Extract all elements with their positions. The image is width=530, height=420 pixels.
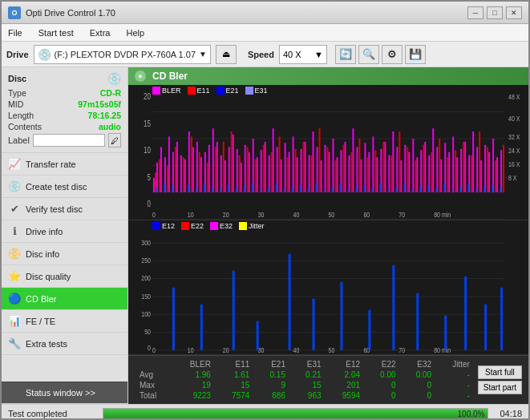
sidebar-item-cd-bler[interactable]: 🔵 CD Bler [2, 288, 127, 310]
svg-rect-123 [215, 147, 216, 192]
svg-rect-184 [347, 189, 349, 192]
svg-rect-92 [412, 139, 414, 192]
sidebar-item-disc-quality[interactable]: ⭐ Disc quality [2, 265, 127, 288]
svg-rect-82 [372, 136, 374, 192]
speed-select[interactable]: 40 X ▼ [279, 45, 327, 64]
drive-select[interactable]: 💿 (F:) PLEXTOR DVDR PX-760A 1.07 ▼ [34, 45, 211, 64]
sidebar-item-disc-info[interactable]: 📀 Disc info [2, 243, 127, 265]
e22-label: E22 [191, 222, 204, 230]
svg-rect-173 [260, 190, 261, 192]
row-max-e22: 0 [365, 380, 401, 390]
eject-button[interactable]: ⏏ [216, 45, 237, 64]
scan-button[interactable]: 🔍 [358, 45, 379, 64]
svg-rect-237 [392, 265, 394, 349]
drive-icon: 💿 [38, 48, 51, 61]
e31-color [245, 87, 253, 95]
close-button[interactable]: ✕ [506, 6, 522, 19]
minimize-button[interactable]: ─ [467, 6, 483, 19]
svg-rect-99 [440, 160, 442, 192]
disc-label-input[interactable] [33, 134, 105, 147]
sidebar-item-status-window[interactable]: ▶ Status window >> [2, 382, 127, 404]
disc-panel: Disc 💿 Type CD-R MID 97m15s05f Length 78… [2, 67, 127, 153]
start-part-button[interactable]: Start part [478, 381, 522, 394]
table-row: Avg 1.96 1.61 0.15 0.21 2.04 0.00 0.00 - [135, 370, 475, 380]
sidebar-item-create-test-disc[interactable]: 💿 Create test disc [2, 176, 127, 198]
svg-rect-130 [271, 152, 273, 192]
dropdown-arrow-icon: ▼ [199, 50, 207, 59]
svg-rect-89 [400, 160, 402, 192]
svg-rect-156 [479, 131, 480, 192]
legend-e31: E31 [245, 87, 268, 95]
svg-rect-95 [424, 142, 426, 192]
disc-type-value: CD-R [100, 88, 121, 98]
e31-label: E31 [255, 87, 268, 95]
sidebar-item-transfer-rate[interactable]: 📈 Transfer rate [2, 153, 127, 176]
col-header-e22: E22 [365, 359, 401, 370]
menu-file[interactable]: File [5, 26, 26, 39]
svg-rect-174 [268, 188, 269, 192]
sidebar-item-drive-info[interactable]: ℹ Drive info [2, 220, 127, 243]
refresh-button[interactable]: 🔄 [335, 45, 356, 64]
row-total-e21: 686 [254, 390, 290, 401]
save-button[interactable]: 💾 [405, 45, 426, 64]
svg-rect-166 [204, 184, 205, 192]
menu-extra[interactable]: Extra [87, 26, 114, 39]
disc-length-value: 78:16.25 [88, 111, 121, 120]
cd-bler-icon: 🔵 [8, 293, 21, 305]
svg-rect-150 [431, 152, 432, 192]
svg-rect-199 [467, 184, 469, 192]
disc-info-icon: 📀 [8, 248, 21, 260]
sidebar-item-verify-test-disc[interactable]: ✔ Verify test disc [2, 198, 127, 220]
svg-rect-61 [289, 152, 290, 192]
app-title: Opti Drive Control 1.70 [26, 8, 115, 18]
svg-rect-168 [220, 189, 221, 192]
svg-rect-176 [284, 189, 285, 192]
chart-title-bar: ● CD Bler [128, 67, 528, 85]
e11-color [188, 87, 196, 95]
svg-rect-104 [460, 149, 462, 192]
svg-rect-167 [212, 188, 213, 192]
row-avg-e21: 0.15 [254, 370, 290, 380]
svg-text:300: 300 [141, 237, 151, 247]
maximize-button[interactable]: □ [487, 6, 503, 19]
svg-rect-45 [225, 160, 226, 192]
menu-bar: File Start test Extra Help [2, 24, 528, 42]
menu-start-test[interactable]: Start test [35, 26, 77, 39]
sidebar-item-fe-te[interactable]: 📊 FE / TE [2, 310, 127, 333]
disc-panel-header: Disc 💿 [8, 72, 121, 85]
svg-rect-77 [352, 128, 354, 192]
svg-rect-37 [192, 147, 194, 192]
svg-text:16 X: 16 X [508, 160, 520, 168]
start-full-button[interactable]: Start full [478, 365, 522, 379]
svg-rect-145 [390, 155, 392, 192]
svg-rect-165 [196, 188, 197, 192]
disc-type-row: Type CD-R [8, 88, 121, 98]
drive-bar: Drive 💿 (F:) PLEXTOR DVDR PX-760A 1.07 ▼… [2, 42, 528, 67]
svg-rect-188 [379, 183, 381, 192]
svg-rect-160 [156, 188, 157, 192]
settings-button[interactable]: ⚙ [382, 45, 403, 64]
row-max-label: Max [135, 380, 172, 390]
svg-rect-234 [313, 298, 315, 349]
svg-rect-161 [164, 183, 165, 192]
transfer-rate-icon: 📈 [8, 158, 21, 170]
sidebar-item-label: Drive info [26, 227, 63, 236]
legend-e12: E12 [152, 222, 175, 230]
top-chart-legend: BLER E11 E21 E31 [152, 87, 268, 95]
svg-rect-105 [464, 142, 466, 192]
row-max-e11: 15 [216, 380, 255, 390]
svg-text:5: 5 [148, 173, 151, 182]
svg-rect-191 [403, 184, 405, 192]
legend-e32: E32 [210, 222, 233, 230]
col-header-jitter: Jitter [436, 359, 475, 370]
svg-rect-198 [459, 188, 461, 192]
svg-rect-172 [252, 183, 253, 192]
disc-label-save-button[interactable]: 🖊 [108, 133, 121, 147]
svg-rect-144 [382, 142, 384, 192]
svg-text:0: 0 [148, 342, 151, 352]
svg-rect-113 [496, 157, 498, 192]
svg-rect-142 [366, 157, 368, 192]
table-row: Total 9223 7574 686 963 9594 0 0 - [135, 390, 475, 401]
menu-help[interactable]: Help [123, 26, 148, 39]
sidebar-item-extra-tests[interactable]: 🔧 Extra tests [2, 333, 127, 355]
